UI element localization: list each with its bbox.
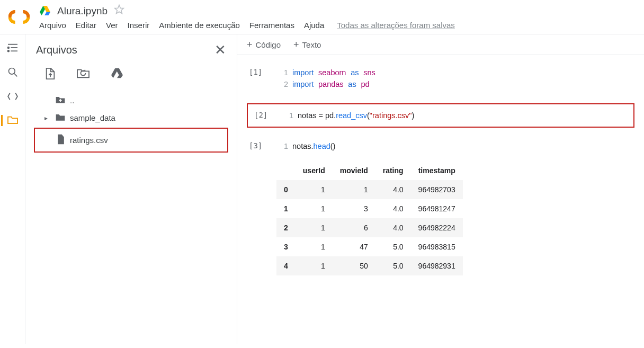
cell-2[interactable]: [2] 1notas = pd.read_csv("ratings.csv") — [247, 103, 634, 128]
tree-sample-data-label: sample_data — [70, 113, 115, 122]
tree-up-label: .. — [70, 96, 74, 105]
tree-ratings-label: ratings.csv — [70, 136, 108, 145]
table-row: 1 1 3 4.0 964981247 — [276, 199, 463, 218]
menu-ajuda[interactable]: Ajuda — [304, 21, 324, 30]
cell-1[interactable]: [1] 1import seaborn as sns 2import panda… — [247, 64, 634, 94]
cell-2-prompt: [2] — [254, 110, 276, 119]
sidebar-tools — [34, 63, 228, 92]
save-status[interactable]: Todas as alterações foram salvas — [337, 21, 455, 30]
content-toolbar: + Código + Texto — [237, 34, 644, 55]
sidebar-title: Arquivos — [36, 44, 77, 56]
col-index — [276, 161, 296, 180]
table-row: 4 1 50 5.0 964982931 — [276, 256, 463, 275]
cells-container: [1] 1import seaborn as sns 2import panda… — [237, 55, 644, 293]
menu-editar[interactable]: Editar — [76, 21, 96, 30]
cell-3[interactable]: [3] 1notas.head() userId movieId rating … — [247, 137, 634, 275]
add-text-label: Texto — [302, 40, 321, 49]
drive-icon — [39, 5, 51, 17]
add-text-button[interactable]: + Texto — [293, 40, 321, 49]
vars-icon[interactable] — [7, 92, 19, 102]
tree-ratings[interactable]: ratings.csv — [35, 131, 227, 149]
close-icon[interactable]: ✕ — [214, 43, 226, 57]
upload-icon[interactable] — [44, 67, 56, 82]
col-timestamp: timestamp — [411, 161, 463, 180]
search-icon[interactable] — [7, 67, 18, 79]
svg-marker-1 — [44, 12, 50, 15]
folder-up-icon — [55, 95, 66, 106]
svg-marker-12 — [117, 75, 123, 78]
tree-sample-data[interactable]: ▸ sample_data — [34, 109, 228, 127]
refresh-icon[interactable] — [76, 67, 90, 82]
folder-icon — [55, 112, 66, 123]
menu-ver[interactable]: Ver — [106, 21, 118, 30]
chevron-right-icon[interactable]: ▸ — [44, 114, 51, 122]
mount-drive-icon[interactable] — [110, 67, 124, 82]
cell-2-code[interactable]: 1notas = pd.read_csv("ratings.csv") — [284, 110, 414, 121]
sidebar-header: Arquivos ✕ — [34, 40, 228, 63]
left-rail — [0, 34, 25, 344]
add-code-label: Código — [256, 40, 281, 49]
files-sidebar: Arquivos ✕ — [25, 34, 237, 344]
tree-up[interactable]: .. — [34, 92, 228, 109]
table-row: 3 1 47 5.0 964983815 — [276, 237, 463, 256]
cell-3-code[interactable]: 1notas.head() — [279, 140, 335, 152]
toc-icon[interactable] — [7, 43, 19, 54]
notebook-title[interactable]: Alura.ipynb — [57, 5, 108, 17]
cell-3-output: userId movieId rating timestamp 0 1 1 — [276, 161, 634, 275]
files-icon[interactable] — [1, 115, 19, 126]
colab-logo-icon — [6, 4, 32, 30]
svg-point-5 — [7, 47, 9, 49]
menu-inserir[interactable]: Inserir — [128, 21, 150, 30]
table-header-row: userId movieId rating timestamp — [276, 161, 463, 180]
table-row: 2 1 6 4.0 964982224 — [276, 218, 463, 237]
svg-point-7 — [7, 50, 9, 52]
cell-1-code[interactable]: 1import seaborn as sns 2import pandas as… — [279, 67, 375, 91]
file-icon — [56, 134, 66, 146]
header-content: Alura.ipynb Arquivo Editar Ver Inserir A… — [36, 4, 455, 34]
dataframe-table: userId movieId rating timestamp 0 1 1 — [276, 161, 463, 275]
svg-line-10 — [14, 74, 17, 77]
menu-bar: Arquivo Editar Ver Inserir Ambiente de e… — [36, 20, 455, 34]
menu-ambiente[interactable]: Ambiente de execução — [159, 21, 240, 30]
plus-icon: + — [247, 40, 253, 49]
col-userid: userId — [296, 161, 333, 180]
notebook-content: + Código + Texto [1] 1import seaborn as … — [237, 34, 644, 344]
svg-point-9 — [8, 68, 15, 75]
plus-icon: + — [293, 40, 299, 49]
ratings-highlight-box: ratings.csv — [34, 128, 228, 153]
col-rating: rating — [375, 161, 411, 180]
title-row: Alura.ipynb — [36, 4, 455, 17]
main-area: Arquivos ✕ — [0, 34, 644, 344]
star-icon[interactable] — [114, 4, 124, 17]
table-row: 0 1 1 4.0 964982703 — [276, 180, 463, 199]
menu-ferramentas[interactable]: Ferramentas — [249, 21, 294, 30]
file-tree: .. ▸ sample_data ratings.csv — [34, 92, 228, 153]
add-code-button[interactable]: + Código — [247, 40, 281, 49]
app-header: Alura.ipynb Arquivo Editar Ver Inserir A… — [0, 0, 644, 34]
menu-arquivo[interactable]: Arquivo — [39, 21, 66, 30]
cell-3-prompt: [3] — [249, 140, 271, 150]
svg-marker-3 — [115, 5, 124, 14]
cell-1-prompt: [1] — [249, 67, 271, 76]
col-movieid: movieId — [333, 161, 375, 180]
